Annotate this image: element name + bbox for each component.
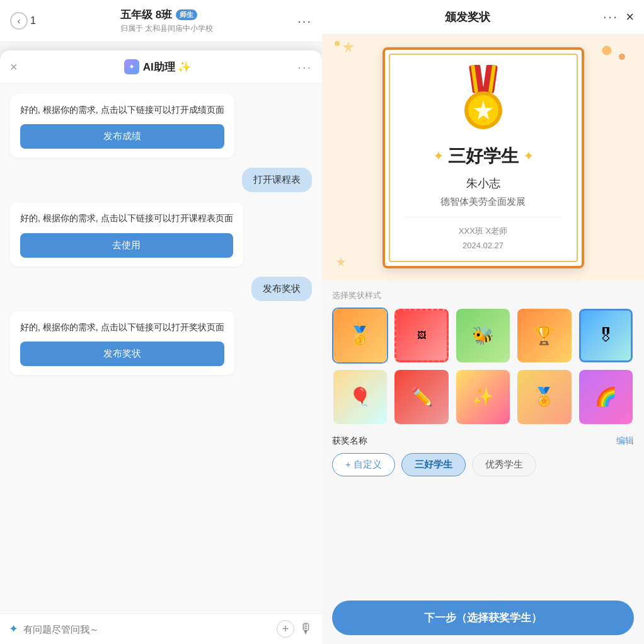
style-grid: 🥇 🖼 🐝 🏆 🎖 🎈 ✏️ ✨ � [332, 308, 634, 425]
user-message-2: 发布奖状 [251, 277, 312, 301]
medal-svg [452, 65, 515, 134]
class-title-area: 五年级 8班 师生 归属于 太和县闰庙中小学校 [120, 8, 213, 34]
bot-message-3-text: 好的, 根据你的需求, 点击以下链接可以打开奖状页面 [20, 320, 224, 334]
style-thumb-5: 🎖 [579, 309, 633, 362]
style-thumb-10: 🌈 [579, 370, 633, 423]
right-panel: 颁发奖状 ··· × [322, 0, 644, 644]
style-item-8[interactable]: ✨ [455, 369, 511, 425]
right-header: 颁发奖状 ··· × [322, 0, 644, 35]
class-name: 五年级 8班 [120, 8, 172, 22]
top-bar: ‹ 1 五年级 8班 师生 归属于 太和县闰庙中小学校 ··· [0, 0, 322, 42]
ai-panel: × ✦ AI助理 ✨ ··· 好的, 根据你的需求, 点击以下链接可以打开成绩页… [0, 50, 322, 644]
next-step-button[interactable]: 下一步（选择获奖学生） [332, 601, 634, 635]
deco-circle-right [601, 45, 612, 56]
cert-star-right: ✦ [524, 149, 533, 163]
style-thumb-7: ✏️ [394, 370, 448, 423]
cert-description: 德智体美劳全面发展 [440, 196, 526, 208]
style-section: 选择奖状样式 🥇 🖼 🐝 🏆 🎖 🎈 ✏️ [322, 281, 644, 430]
cert-star-left: ✦ [434, 149, 443, 163]
style-item-9[interactable]: 🏅 [516, 369, 572, 425]
publish-award-button[interactable]: 发布奖状 [20, 342, 224, 366]
svg-marker-0 [343, 41, 354, 53]
award-chips: + 自定义 三好学生 优秀学生 [332, 453, 634, 476]
ai-messages-list: 好的, 根据你的需求, 点击以下链接可以打开成绩页面 发布成绩 打开课程表 好的… [0, 84, 322, 613]
use-schedule-button[interactable]: 去使用 [20, 233, 233, 258]
style-item-6[interactable]: 🎈 [332, 369, 388, 425]
deco-bottom-left [335, 256, 347, 268]
ai-close-button[interactable]: × [10, 60, 18, 74]
style-thumb-2: 🖼 [394, 309, 448, 362]
award-chip-sanhao[interactable]: 三好学生 [401, 453, 466, 476]
award-chip-youxiu[interactable]: 优秀学生 [472, 453, 536, 476]
magic-icon: ✦ [9, 622, 18, 636]
cert-medal-area [385, 50, 582, 142]
style-thumb-8: ✨ [456, 370, 510, 423]
svg-marker-2 [336, 256, 346, 267]
ai-panel-header: × ✦ AI助理 ✨ ··· [0, 50, 322, 84]
style-item-2[interactable]: 🖼 [393, 308, 449, 364]
style-item-4[interactable]: 🏆 [516, 308, 572, 364]
bot-message-1-text: 好的, 根据你的需求, 点击以下链接可以打开成绩页面 [20, 103, 224, 117]
award-chip-custom[interactable]: + 自定义 [332, 453, 395, 476]
style-label: 选择奖状样式 [332, 290, 634, 301]
style-thumb-3: 🐝 [456, 309, 510, 362]
cert-teacher-text: XXX班 X老师 [459, 224, 507, 238]
cert-title-text: 三好学生 [448, 144, 519, 168]
publish-score-button[interactable]: 发布成绩 [20, 124, 224, 149]
back-number: 1 [30, 15, 36, 26]
back-button[interactable]: ‹ 1 [10, 12, 36, 30]
ai-icon: ✦ [124, 59, 139, 74]
cert-date-text: 2024.02.27 [459, 238, 507, 253]
bot-message-2: 好的, 根据你的需求, 点击以下链接可以打开课程表页面 去使用 [10, 202, 243, 266]
class-name-row: 五年级 8班 师生 [120, 8, 213, 22]
style-item-7[interactable]: ✏️ [393, 369, 449, 425]
add-button[interactable]: + [277, 620, 294, 638]
teacher-badge: 师生 [176, 9, 197, 20]
style-thumb-6: 🎈 [333, 370, 387, 423]
user-message-1-text: 打开课程表 [253, 174, 301, 185]
user-message-2-text: 发布奖状 [263, 283, 301, 294]
ai-title: AI助理 ✨ [143, 60, 192, 74]
topbar-more-button[interactable]: ··· [297, 14, 312, 28]
certificate-card: ✦ 三好学生 ✦ 朱小志 德智体美劳全面发展 XXX班 X老师 2024.02.… [382, 47, 584, 268]
cert-divider [405, 217, 562, 217]
microphone-icon[interactable]: 🎙 [299, 621, 313, 637]
svg-point-1 [602, 46, 612, 55]
style-item-10[interactable]: 🌈 [578, 369, 634, 425]
back-circle: ‹ [10, 12, 28, 30]
certificate-preview-area: ✦ 三好学生 ✦ 朱小志 德智体美劳全面发展 XXX班 X老师 2024.02.… [322, 35, 644, 281]
cert-award-title: ✦ 三好学生 ✦ [434, 144, 533, 168]
style-thumb-4: 🏆 [517, 309, 571, 362]
award-edit-button[interactable]: 编辑 [616, 435, 634, 447]
ai-input-bar: ✦ + 🎙 [0, 613, 322, 644]
right-header-title: 颁发奖状 [445, 9, 490, 25]
award-header: 获奖名称 编辑 [332, 435, 634, 447]
bot-message-2-text: 好的, 根据你的需求, 点击以下链接可以打开课程表页面 [20, 211, 233, 225]
user-message-1: 打开课程表 [242, 168, 312, 192]
bot-message-3: 好的, 根据你的需求, 点击以下链接可以打开奖状页面 发布奖状 [10, 311, 234, 375]
right-close-button[interactable]: × [626, 9, 634, 25]
style-item-3[interactable]: 🐝 [455, 308, 511, 364]
right-more-button[interactable]: ··· [603, 9, 618, 25]
ai-input-field[interactable] [23, 624, 272, 635]
style-thumb-1: 🥇 [333, 309, 387, 362]
style-item-5[interactable]: 🎖 [578, 308, 634, 364]
bot-message-1: 好的, 根据你的需求, 点击以下链接可以打开成绩页面 发布成绩 [10, 94, 234, 158]
school-name: 归属于 太和县闰庙中小学校 [120, 23, 213, 34]
style-thumb-9: 🏅 [517, 370, 571, 423]
cert-student-name: 朱小志 [466, 176, 500, 191]
cert-teacher-info: XXX班 X老师 2024.02.27 [459, 224, 507, 253]
style-item-1[interactable]: 🥇 [332, 308, 388, 364]
ai-more-button[interactable]: ··· [297, 60, 312, 74]
deco-star-left [341, 40, 356, 55]
next-step-area: 下一步（选择获奖学生） [322, 592, 644, 644]
left-panel: ‹ 1 五年级 8班 师生 归属于 太和县闰庙中小学校 ··· 海纳：多30/3… [0, 0, 322, 644]
award-section: 获奖名称 编辑 + 自定义 三好学生 优秀学生 [322, 430, 644, 481]
ai-title-row: ✦ AI助理 ✨ [124, 59, 192, 74]
award-section-label: 获奖名称 [332, 435, 367, 447]
right-header-actions: ··· × [603, 9, 634, 25]
